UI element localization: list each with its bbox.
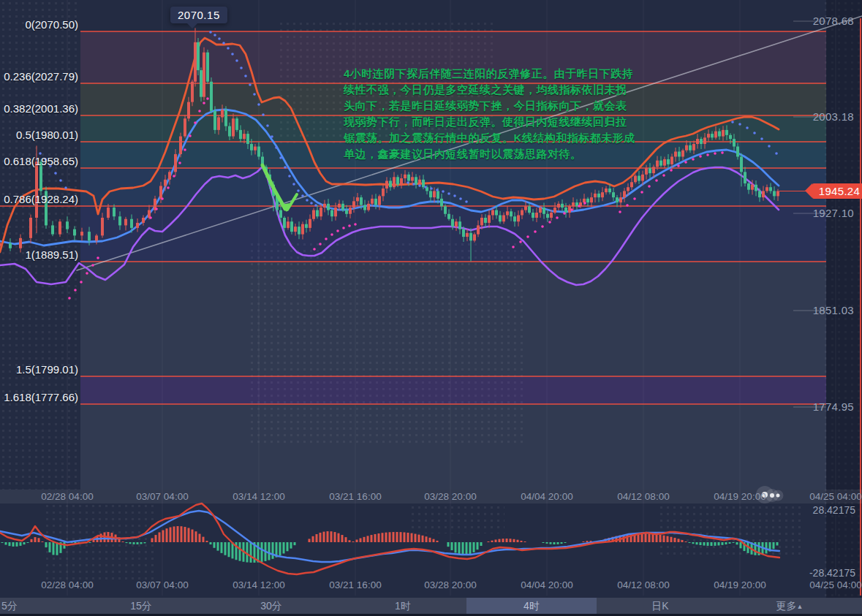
sar-dot-magenta: [336, 229, 339, 232]
x-axis-time-label: 04/19 20:00: [696, 491, 784, 502]
sar-dot-blue: [465, 200, 468, 203]
sar-dot-magenta: [626, 204, 629, 207]
candle-body: [382, 189, 385, 196]
timeframe-tab-4时[interactable]: 4时: [466, 598, 597, 614]
sar-dot-blue: [447, 192, 450, 195]
macd-bar: [506, 539, 508, 542]
candle-body: [480, 218, 483, 225]
macd-bar: [294, 542, 296, 545]
macd-bar: [510, 539, 512, 542]
candle-body: [488, 215, 491, 222]
candle-body: [393, 177, 396, 187]
sar-dot-magenta: [706, 153, 709, 156]
macd-bar: [404, 532, 406, 542]
candle-body: [179, 137, 182, 154]
y-axis-price-label: 2078.68: [803, 15, 854, 27]
fib-band: [80, 262, 826, 376]
sar-dot-magenta: [534, 230, 537, 233]
candle-body: [773, 191, 776, 196]
sar-dot-blue: [213, 34, 216, 37]
macd-bar: [645, 533, 647, 542]
macd-bar: [327, 531, 329, 542]
macd-bar: [195, 531, 197, 542]
macd-bar: [367, 536, 369, 542]
candle-body: [309, 219, 311, 228]
timeframe-tab-更多[interactable]: 更多▲: [725, 598, 855, 614]
candle-body: [433, 191, 436, 197]
timeframe-tab-30分[interactable]: 30分: [206, 598, 336, 614]
x-axis-time-label: 04/04 20:00: [503, 491, 591, 502]
macd-bar: [499, 539, 501, 542]
macd-bar: [422, 536, 424, 542]
candle-body: [641, 175, 644, 181]
sar-dot-magenta: [556, 216, 559, 219]
timeframe-tab-5分[interactable]: 5分: [0, 598, 75, 614]
macd-bar: [221, 542, 223, 553]
macd-bar: [696, 542, 698, 544]
sar-dot-magenta: [526, 235, 529, 238]
candle-body: [407, 175, 410, 181]
candle-body: [283, 218, 286, 228]
candle-body: [287, 221, 290, 228]
macd-bar: [374, 534, 377, 542]
candle-body: [535, 213, 538, 218]
sar-dot-blue: [231, 53, 234, 56]
candle-body: [345, 210, 348, 214]
fib-level-label: 0.382(2001.36): [0, 102, 78, 115]
candle-body: [725, 130, 728, 135]
candle-body: [330, 210, 333, 217]
candle-body: [371, 199, 374, 204]
candle-body: [29, 218, 32, 238]
macd-bar: [9, 542, 11, 546]
candle-body: [692, 144, 695, 151]
fib-band: [80, 404, 826, 490]
macd-bar: [203, 537, 205, 542]
sar-dot-blue: [249, 83, 252, 86]
x-axis-time-label: 03/14 12:00: [215, 491, 303, 502]
candle-body: [168, 172, 171, 179]
candle-body: [733, 139, 736, 146]
macd-bar: [312, 536, 314, 542]
candle-body: [462, 229, 465, 237]
candle-body: [608, 189, 611, 192]
candle-body: [312, 210, 315, 219]
macd-bar: [681, 540, 684, 542]
sar-dot-magenta: [206, 97, 209, 100]
candle-body: [524, 206, 527, 210]
sar-dot-blue: [775, 152, 778, 155]
macd-bar: [12, 542, 15, 547]
current-price-badge: 1945.24: [812, 183, 862, 199]
macd-bar: [477, 542, 479, 550]
candle-body: [528, 206, 531, 213]
macd-bar: [49, 542, 51, 552]
fib-level-label: 0.618(1958.65): [0, 155, 78, 167]
timeframe-tab-1时[interactable]: 1时: [338, 598, 468, 614]
macd-bar: [192, 530, 194, 542]
sar-dot-blue: [262, 113, 265, 116]
sar-dot-blue: [292, 183, 295, 186]
macd-bar: [389, 532, 391, 542]
macd-bar: [429, 538, 431, 542]
candle-body: [700, 139, 703, 144]
macd-bar: [433, 539, 435, 542]
candle-body: [722, 130, 725, 137]
macd-bar: [418, 535, 420, 542]
macd-bar: [151, 539, 154, 542]
macd-bar: [641, 533, 643, 542]
timeframe-tab-15分[interactable]: 15分: [76, 598, 206, 614]
timeframe-tab-日K[interactable]: 日K: [595, 598, 725, 614]
candle-body: [667, 159, 670, 164]
candle-body: [765, 187, 768, 191]
candle-body: [164, 180, 167, 186]
candle-body: [290, 221, 293, 232]
candle-body: [58, 221, 61, 234]
candle-body: [88, 232, 91, 240]
sar-dot-magenta: [714, 152, 717, 155]
macd-bar: [466, 542, 468, 555]
candle-body: [718, 132, 721, 137]
macd-x-axis-time-label: 03/21 16:00: [311, 579, 399, 590]
sar-dot-blue: [271, 135, 273, 138]
sar-dot-magenta: [563, 212, 566, 215]
sar-dot-magenta: [570, 208, 573, 211]
candle-body: [758, 191, 761, 197]
